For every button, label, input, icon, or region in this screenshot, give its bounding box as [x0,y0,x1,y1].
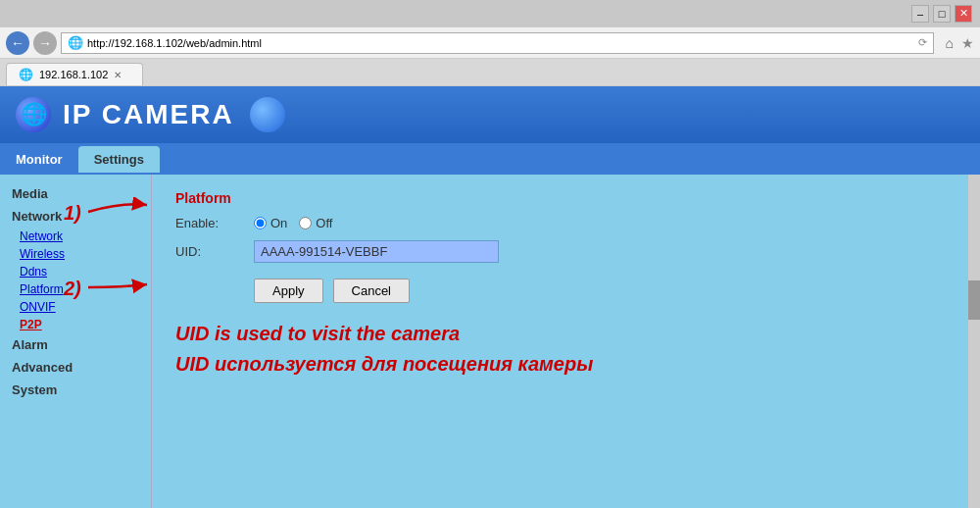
top-nav: Monitor Settings [0,143,980,175]
forward-button[interactable]: → [33,31,57,55]
enable-label: Enable: [175,216,254,230]
nav-bar: ← → 🌐 ⟳ ⌂ ★ [0,27,980,59]
scrollbar-thumb[interactable] [968,280,980,320]
app-header: 🌐 IP CAMERA [0,86,980,143]
settings-tab[interactable]: Settings [78,146,160,173]
off-radio-label[interactable]: Off [299,216,332,230]
tab-bar: 🌐 192.168.1.102 ✕ [0,59,980,86]
cancel-button[interactable]: Cancel [333,279,410,303]
browser-tab[interactable]: 🌐 192.168.1.102 ✕ [6,63,143,85]
annotation-2: 2) [64,278,81,300]
uid-label: UID: [175,244,254,259]
home-icon[interactable]: ⌂ [946,35,954,51]
maximize-button[interactable]: □ [933,5,951,23]
on-radio-label[interactable]: On [254,216,287,230]
platform-section: Platform Enable: On Off UID: [175,190,956,376]
info-text-russian: UID используется для посещения камеры [175,353,956,376]
content-area: 1) 2) Platform Enable: On [152,175,980,508]
close-button[interactable]: ✕ [955,5,972,23]
off-label: Off [316,216,332,230]
app-title: IP CAMERA [63,99,234,130]
monitor-tab[interactable]: Monitor [0,146,78,173]
annotation-1: 1) [64,202,81,225]
logo-globe-left: 🌐 [16,97,51,132]
minimize-button[interactable]: – [911,5,929,23]
button-row: Apply Cancel [254,279,956,303]
sidebar-advanced[interactable]: Advanced [0,356,151,379]
back-button[interactable]: ← [6,31,29,55]
main-layout: Media Network Network Wireless Ddns Plat… [0,175,980,508]
uid-row: UID: [175,240,956,263]
sidebar-item-network[interactable]: Network [0,228,151,245]
sidebar-system[interactable]: System [0,379,151,401]
uid-input[interactable] [254,240,499,263]
on-radio[interactable] [254,217,267,229]
sidebar-item-p2p[interactable]: P2P [0,316,151,333]
apply-button[interactable]: Apply [254,279,323,303]
sidebar-alarm[interactable]: Alarm [0,333,151,356]
sidebar-item-wireless[interactable]: Wireless [0,245,151,263]
tab-label: 192.168.1.102 [39,69,108,80]
scrollbar[interactable] [968,175,980,508]
tab-close-icon[interactable]: ✕ [114,70,122,80]
enable-row: Enable: On Off [175,216,956,230]
logo-globe-right [250,97,285,132]
off-radio[interactable] [299,217,312,229]
star-icon[interactable]: ★ [961,35,974,51]
info-text-english: UID is used to visit the camera [175,323,956,345]
address-bar[interactable]: 🌐 ⟳ [61,32,934,54]
title-bar: – □ ✕ [0,0,980,27]
enable-radio-group: On Off [254,216,332,230]
section-title: Platform [175,190,956,206]
on-label: On [270,216,287,230]
address-input[interactable] [87,37,914,49]
